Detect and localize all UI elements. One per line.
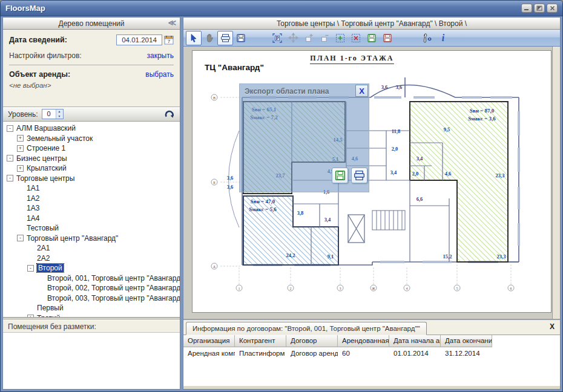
- tree-item[interactable]: +Земельный участок: [3, 134, 180, 144]
- expand-icon[interactable]: +: [17, 135, 24, 142]
- tree-item-label[interactable]: Второй: [37, 264, 64, 272]
- contracts-table-row[interactable]: Арендная компа...ПластинформДоговор арен…: [183, 348, 560, 359]
- column-header[interactable]: Договор: [286, 335, 338, 347]
- date-input[interactable]: [116, 34, 162, 45]
- region-cancel-button[interactable]: [380, 31, 395, 45]
- grid-axis-marker: 5: [454, 285, 461, 292]
- tree-item-label[interactable]: Бизнес центры: [16, 154, 67, 163]
- tree-item-label[interactable]: Земельный участок: [27, 134, 93, 143]
- tree-item-label[interactable]: 2А2: [37, 254, 50, 263]
- tree-item-label[interactable]: Торговые центры: [16, 174, 74, 183]
- tree-item-label[interactable]: 1А4: [27, 214, 39, 223]
- close-button[interactable]: [547, 4, 558, 13]
- tree-item-label[interactable]: АЛМ Варшавский: [16, 124, 76, 132]
- tree-item[interactable]: +Строение 1: [3, 143, 180, 154]
- tree-item[interactable]: Тестовый: [3, 223, 180, 234]
- tree-item-label[interactable]: 2А1: [37, 244, 50, 252]
- tree-item[interactable]: 1А2: [3, 194, 180, 204]
- collapse-icon[interactable]: -: [17, 235, 24, 241]
- tree-indent: [27, 245, 34, 252]
- region-zoom-out-button[interactable]: [317, 31, 332, 45]
- collapse-icon[interactable]: -: [7, 125, 13, 132]
- tree-item[interactable]: 1А4: [3, 214, 180, 224]
- contracts-tab[interactable]: Информация по договорам: "Второй, 001, Т…: [186, 322, 427, 335]
- premises-panel-title: Дерево помещений: [59, 19, 125, 28]
- tree-item-label[interactable]: Тестовый: [27, 224, 59, 232]
- tree-item-label[interactable]: Второй, 001, Торговый центр "Авангард": [47, 274, 180, 283]
- export-save-button[interactable]: [332, 168, 348, 183]
- tree-item[interactable]: -Бизнес центры: [3, 154, 180, 164]
- collapse-icon[interactable]: -: [27, 265, 34, 272]
- collapse-icon[interactable]: -: [7, 155, 13, 162]
- column-header[interactable]: Арендованная ...: [338, 335, 389, 347]
- tree-item-label[interactable]: Торговый центр "Авангард": [27, 234, 118, 243]
- collapse-panel-button[interactable]: ≪: [168, 18, 176, 27]
- dimension-label: 24,2: [286, 252, 295, 258]
- tree-item-label[interactable]: 1А1: [27, 184, 39, 192]
- info-button[interactable]: i: [435, 31, 451, 45]
- export-print-button[interactable]: [351, 168, 367, 183]
- rent-select-link[interactable]: выбрать: [145, 70, 174, 79]
- expand-icon[interactable]: +: [17, 145, 24, 152]
- tree-indent: [17, 215, 24, 221]
- column-header[interactable]: Контрагент: [235, 335, 286, 347]
- rent-object-value: <не выбран>: [9, 82, 174, 89]
- tree-item[interactable]: 1А1: [3, 183, 180, 194]
- calendar-icon[interactable]: 7: [164, 35, 174, 45]
- region-add-button[interactable]: [332, 31, 348, 45]
- tree-item[interactable]: -Торговый центр "Авангард": [3, 234, 180, 244]
- column-header[interactable]: Организация: [183, 335, 235, 347]
- region-save-button[interactable]: [364, 31, 380, 45]
- export-region-overlay[interactable]: Экспорт области плана X: [239, 83, 369, 192]
- refresh-icon[interactable]: [164, 109, 175, 119]
- tree-item[interactable]: 2А2: [3, 253, 180, 264]
- collapse-icon[interactable]: -: [7, 175, 13, 181]
- dimension-label: 15,2: [443, 253, 452, 260]
- dimension-label: 3,4: [416, 155, 423, 162]
- level-down-icon[interactable]: ▼: [56, 114, 63, 119]
- move-icon: [288, 33, 298, 43]
- save-image-button[interactable]: [233, 31, 249, 45]
- tree-item[interactable]: 1А3: [3, 203, 180, 214]
- expand-icon[interactable]: +: [17, 165, 24, 172]
- tree-item-label[interactable]: Второй, 003, Торговый центр "Авангард": [47, 294, 180, 302]
- region-zoom-in-button[interactable]: [301, 31, 317, 45]
- tree-item-label[interactable]: Первый: [37, 304, 64, 312]
- minimize-button[interactable]: [521, 4, 532, 13]
- filters-close-link[interactable]: закрыть: [147, 51, 174, 60]
- premises-panel: Дерево помещений ≪ Дата сведений: 7: [2, 17, 180, 390]
- tree-item[interactable]: Второй, 002, Торговый центр "Авангард": [3, 283, 180, 293]
- plan-right-margin: [552, 47, 560, 319]
- tree-item[interactable]: -Второй: [3, 263, 180, 273]
- tree-item-label[interactable]: Крылатский: [27, 164, 67, 172]
- export-close-button[interactable]: X: [355, 85, 368, 97]
- tree-item[interactable]: -АЛМ Варшавский: [3, 123, 180, 134]
- print-tool-button[interactable]: [217, 31, 233, 45]
- tree-item[interactable]: Первый: [3, 303, 180, 313]
- floor-plan-sheet[interactable]: ПЛАН 1-го ЭТАЖА ТЦ "Авангард" 3,63,63,63…: [192, 50, 551, 313]
- pan-tool-button[interactable]: [202, 31, 217, 45]
- plan-toolbar: P: [183, 30, 560, 47]
- tree-item[interactable]: Второй, 001, Торговый центр "Авангард": [3, 273, 180, 284]
- region-move-button[interactable]: [285, 31, 301, 45]
- tree-item[interactable]: -Торговые центры: [3, 174, 180, 184]
- tree-item[interactable]: Второй, 003, Торговый центр "Авангард": [3, 293, 180, 304]
- maximize-button[interactable]: [534, 4, 545, 13]
- region-select-button[interactable]: P: [269, 31, 285, 45]
- select-tool-button[interactable]: [186, 31, 202, 45]
- grid-axis-marker: 2: [288, 285, 294, 292]
- column-header[interactable]: Дата начала ар...: [389, 335, 441, 347]
- tree-item-label[interactable]: Второй, 002, Торговый центр "Авангард": [47, 284, 180, 292]
- contracts-close-button[interactable]: X: [550, 323, 555, 330]
- tree-item-label[interactable]: Строение 1: [27, 144, 65, 152]
- level-up-icon[interactable]: ▲: [56, 109, 63, 114]
- tree-item-label[interactable]: 1А3: [27, 204, 39, 212]
- level-stepper[interactable]: 0 ▲ ▼: [42, 109, 64, 119]
- tree-item-label[interactable]: 1А2: [27, 194, 39, 203]
- region-delete-button[interactable]: [348, 31, 364, 45]
- tree-item[interactable]: +Крылатский: [3, 163, 180, 174]
- contracts-panel: Информация по договорам: "Второй, 001, Т…: [183, 319, 560, 389]
- column-header[interactable]: Дата окончани...: [441, 335, 492, 347]
- tree-item[interactable]: 2А1: [3, 243, 180, 253]
- settings-button[interactable]: [420, 31, 435, 45]
